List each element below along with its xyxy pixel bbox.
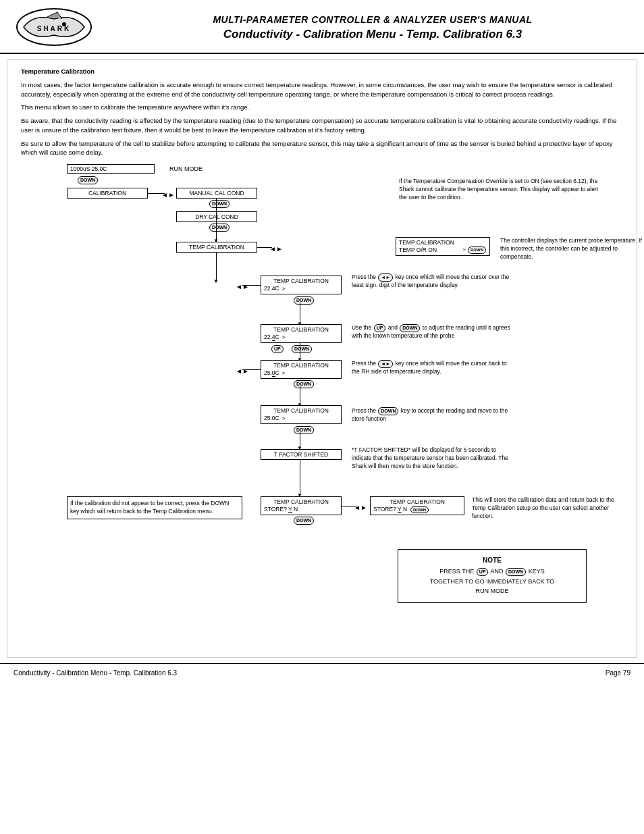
annotation-tor-text: The controller displays the current prob… (500, 237, 642, 260)
page-header: SHARK MULTI-PARAMETER CONTROLLER & ANALY… (0, 0, 644, 54)
temp-cal-menu-box: TEMP CALIBRATION (176, 242, 257, 253)
line-tfactor-down (300, 460, 300, 494)
run-mode-display: 1000uS 25.0C (67, 164, 155, 174)
run-mode-label: RUN MODE (169, 165, 203, 172)
annotation-224c: Press the ◄► key once which will move th… (352, 273, 514, 290)
temp-cal-store2-line1: TEMP CALIBRATION (373, 498, 461, 506)
annotation-tcor-text: If the Temperature Compensation Override… (399, 178, 598, 201)
temp-cal-store-line2: STORE? Y N (264, 506, 298, 513)
temp-cal-250-line1: TEMP CALIBRATION (264, 362, 338, 369)
line-cal-to-temp (216, 199, 217, 242)
main-content: Temperature Calibration In most cases, t… (7, 59, 637, 658)
header-title1: MULTI-PARAMETER CONTROLLER & ANALYZER US… (115, 14, 630, 25)
line-adj-down (300, 343, 300, 358)
note-title: NOTE (409, 556, 575, 564)
svg-text:SHARK: SHARK (37, 25, 72, 32)
cursor-250: > (282, 370, 286, 377)
header-text: MULTI-PARAMETER CONTROLLER & ANALYZER US… (101, 14, 630, 41)
temp-cal-224-adj-value: 22.4C (264, 334, 279, 341)
temp-cal-menu-label: TEMP CALIBRATION (189, 244, 244, 251)
temp-cal-tor-box: TEMP CALIBRATION TEMP O/R ON > DOWN (396, 237, 490, 256)
arrow-head-224c: ◄► (236, 283, 249, 290)
manual-cal-cond-label: MANUAL CAL COND (189, 190, 244, 197)
line-250b-down (300, 432, 300, 446)
logo-area: SHARK (14, 7, 101, 49)
t-factor-shifted-label: T FACTOR SHIFTED (274, 451, 328, 458)
temp-cal-250b-line1: TEMP CALIBRATION (264, 407, 338, 415)
key-down-accept: DOWN (378, 407, 398, 415)
note-box: NOTE PRESS THE UP AND DOWN KEYS TOGETHER… (398, 549, 587, 603)
t-factor-shifted-box: T FACTOR SHIFTED (261, 449, 342, 460)
arrow-head-tempcal: ◄► (269, 245, 283, 253)
temp-cal-store-line1: TEMP CALIBRATION (264, 498, 338, 506)
note-line2: TOGETHER TO GO IMMEDIATELY BACK TO (409, 577, 575, 586)
temp-cal-224-adj-box: TEMP CALIBRATION 22.4C > (261, 324, 342, 343)
intro-para2: In most cases, the factor temperature ca… (21, 80, 623, 99)
header-title2: Conductivity - Calibration Menu - Temp. … (115, 28, 630, 41)
key-enter-3: ◄► (378, 360, 393, 368)
shark-logo: SHARK (14, 7, 95, 47)
cursor-224c: > (282, 286, 286, 292)
annotation-tcor: If the Temperature Compensation Override… (399, 178, 601, 202)
temp-cal-250b-line2-row: 25.0C > (264, 415, 338, 422)
page-footer: Conductivity - Calibration Menu - Temp. … (0, 663, 644, 682)
key-up-note: UP (477, 568, 489, 576)
temp-cal-tor-line2: TEMP O/R ON (399, 246, 437, 254)
arrow-head-250: ◄► (236, 367, 249, 375)
down-key-tor: DOWN (468, 246, 486, 253)
temp-cal-224-adj-line2-row: 22.4C > (264, 334, 338, 341)
temp-cal-224c-value: 22.4C (264, 285, 279, 292)
temp-cal-store2-line2-row: STORE? Y N DOWN (373, 506, 461, 513)
temp-cal-224c-box: TEMP CALIBRATION 22.4C > (261, 276, 342, 294)
intro-para3: This menu allows to user to calibrate th… (21, 103, 623, 112)
temp-cal-store2-line2: STORE? Y N (373, 506, 407, 513)
temp-cal-250-line2-row: 25.0C > (264, 369, 338, 377)
temp-cal-250b-value: 25.0C (264, 415, 279, 422)
annotation-accept: Press the DOWN key to accept the reading… (352, 407, 514, 423)
down-key-3: DOWN (209, 224, 230, 232)
annotation-store: This will store the calibration data and… (472, 496, 620, 521)
annotation-adj: Use the UP and DOWN to adjust the readin… (352, 324, 514, 340)
annotation-didnotappear-text: If the calibration did not appear to be … (70, 500, 229, 515)
calibration-label: CALIBRATION (88, 190, 126, 197)
cursor-250b: > (282, 415, 286, 422)
diagram-area: 1000uS 25.0C RUN MODE DOWN CALIBRATION ◄… (21, 164, 623, 650)
key-down-note: DOWN (506, 568, 526, 576)
down-key-store: DOWN (293, 517, 315, 525)
calibration-box: CALIBRATION (67, 188, 148, 199)
footer-left: Conductivity - Calibration Menu - Temp. … (14, 669, 177, 677)
temp-cal-store2-box: TEMP CALIBRATION STORE? Y N DOWN (370, 496, 464, 515)
manual-cal-cond-box: MANUAL CAL COND (176, 188, 257, 199)
annotation-tor: The controller displays the current prob… (500, 237, 644, 261)
temp-cal-tor-line2-row: TEMP O/R ON > DOWN (399, 246, 487, 254)
arrow-head-store: ◄► (354, 504, 367, 511)
down-key-1: DOWN (77, 176, 99, 184)
temp-cal-224c-line2-row: 22.4C > (264, 285, 338, 292)
temp-cal-store-line2-row: STORE? Y N (264, 506, 338, 513)
temp-cal-250-value: 25.0C (264, 369, 279, 377)
up-key-adj: UP (271, 345, 284, 353)
run-mode-value: 1000uS 25.0C (70, 165, 107, 172)
note-line1: PRESS THE UP AND DOWN KEYS (409, 567, 575, 576)
temp-cal-250b-box: TEMP CALIBRATION 25.0C > (261, 405, 342, 424)
arrow-head-1: ◄► (161, 191, 175, 199)
temp-cal-224-adj-line1: TEMP CALIBRATION (264, 326, 338, 334)
line-tempcal-down (216, 253, 217, 280)
intro-para5: Be sure to allow the temperature of the … (21, 139, 623, 158)
cursor-224-adj: > (282, 334, 286, 341)
down-key-4: DOWN (293, 296, 315, 305)
temp-cal-tor-line1: TEMP CALIBRATION (399, 239, 454, 246)
key-down-2: DOWN (400, 324, 420, 332)
intro-section: Temperature Calibration In most cases, t… (21, 67, 623, 157)
down-key-adj: DOWN (291, 345, 313, 353)
note-content: PRESS THE UP AND DOWN KEYS TOGETHER TO G… (409, 567, 575, 596)
intro-para1: Temperature Calibration (21, 67, 623, 76)
annotation-didnotappear: If the calibration did not appear to be … (67, 496, 242, 519)
temp-cal-224c-line1: TEMP CALIBRATION (264, 278, 338, 285)
intro-para4: Be aware, that the conductivity reading … (21, 116, 623, 135)
down-key-2: DOWN (209, 200, 230, 208)
annotation-tfactor: *T FACTOR SHIFTED* will be displayed for… (352, 446, 514, 471)
note-line3: RUN MODE (409, 586, 575, 596)
store2-down-key: DOWN (410, 506, 429, 513)
footer-right: Page 79 (606, 669, 630, 677)
